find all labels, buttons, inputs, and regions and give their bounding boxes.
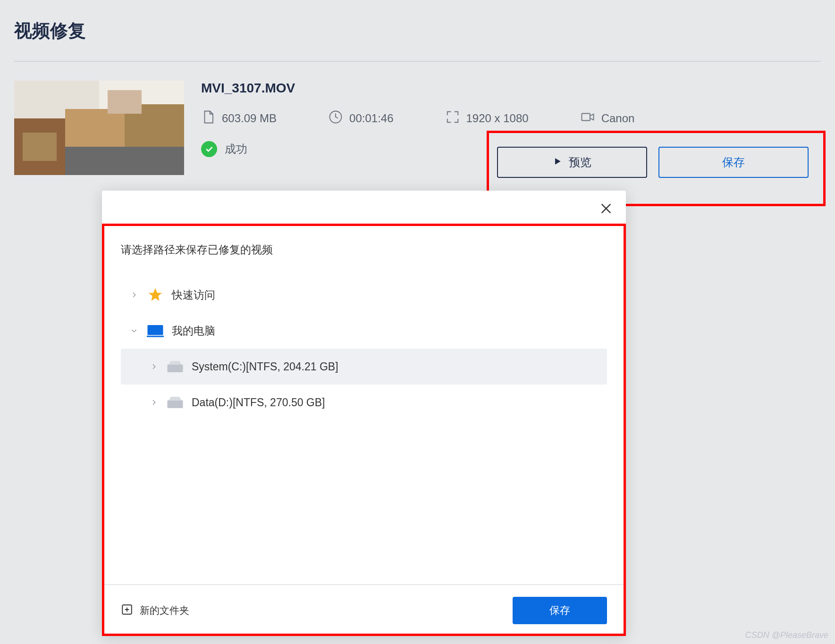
divider [14, 61, 821, 62]
dialog-close-button[interactable] [598, 200, 615, 217]
meta-duration: 00:01:46 [329, 110, 393, 127]
plus-square-icon [121, 603, 133, 618]
save-button-label: 保存 [722, 155, 745, 170]
tree-item-drive-d[interactable]: Data(D:)[NTFS, 270.50 GB] [121, 385, 607, 420]
play-icon [553, 156, 562, 169]
chevron-right-icon [146, 395, 161, 410]
meta-duration-text: 00:01:46 [349, 112, 393, 125]
chevron-right-icon [146, 359, 161, 374]
folder-tree: 快速访问 我的电脑 System(C:)[NTFS, 204.21 GB] [121, 277, 607, 420]
drive-icon [166, 393, 184, 411]
new-folder-label: 新的文件夹 [140, 604, 189, 617]
success-icon [201, 141, 217, 157]
meta-resolution: 1920 x 1080 [446, 110, 529, 127]
dialog-title: 请选择路径来保存已修复的视频 [121, 243, 607, 257]
video-thumbnail[interactable] [14, 81, 184, 175]
computer-icon [146, 322, 164, 340]
video-filename: MVI_3107.MOV [201, 81, 821, 96]
file-icon [201, 110, 215, 127]
expand-icon [446, 110, 460, 127]
dialog-save-label: 保存 [549, 603, 570, 618]
preview-button[interactable]: 预览 [497, 147, 647, 178]
preview-button-label: 预览 [569, 155, 591, 170]
meta-resolution-text: 1920 x 1080 [466, 112, 529, 125]
svg-rect-1 [582, 114, 590, 121]
clock-icon [329, 110, 343, 127]
tree-item-my-computer[interactable]: 我的电脑 [121, 313, 607, 349]
tree-item-drive-c[interactable]: System(C:)[NTFS, 204.21 GB] [121, 349, 607, 385]
page-title: 视频修复 [14, 19, 821, 43]
tree-label: 快速访问 [172, 288, 215, 302]
new-folder-button[interactable]: 新的文件夹 [121, 603, 189, 618]
meta-camera-text: Canon [601, 112, 635, 125]
dialog-save-button[interactable]: 保存 [513, 597, 607, 624]
video-row: MVI_3107.MOV 603.09 MB 00:01:46 [14, 81, 821, 175]
meta-camera: Canon [581, 110, 635, 127]
svg-rect-3 [147, 336, 164, 337]
tree-label: 我的电脑 [172, 324, 215, 338]
svg-rect-5 [168, 401, 183, 409]
status-text: 成功 [225, 142, 247, 157]
close-icon [599, 202, 613, 215]
save-path-dialog: 请选择路径来保存已修复的视频 快速访问 我的电脑 [102, 191, 626, 636]
star-icon [146, 286, 164, 304]
watermark: CSDN @PleaseBrave [745, 630, 828, 640]
tree-label: System(C:)[NTFS, 204.21 GB] [192, 360, 338, 373]
svg-rect-2 [148, 325, 163, 335]
meta-size-text: 603.09 MB [222, 112, 277, 125]
save-button[interactable]: 保存 [658, 147, 809, 178]
tree-item-quick-access[interactable]: 快速访问 [121, 277, 607, 313]
chevron-down-icon [127, 323, 142, 338]
camera-icon [581, 110, 595, 127]
drive-icon [166, 358, 184, 376]
tree-label: Data(D:)[NTFS, 270.50 GB] [192, 396, 325, 409]
meta-size: 603.09 MB [201, 110, 277, 127]
chevron-right-icon [127, 287, 142, 302]
svg-rect-4 [168, 365, 183, 373]
